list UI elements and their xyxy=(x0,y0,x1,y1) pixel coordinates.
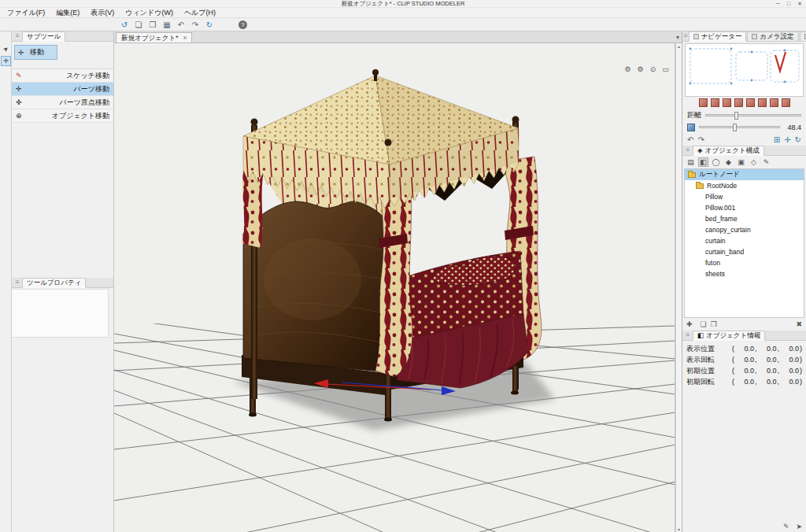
tree-item[interactable]: Pillow xyxy=(685,191,804,202)
mesh-icon[interactable]: ◧ xyxy=(698,157,708,167)
tab-camera-settings[interactable]: カメラ設定 xyxy=(747,31,798,42)
tree-item-root-node[interactable]: ルートノード xyxy=(685,169,804,180)
camera-preset-icon[interactable] xyxy=(782,98,790,107)
menu-view[interactable]: 表示(V) xyxy=(85,8,120,18)
viewport-scrollbar[interactable]: ▴ ▾ xyxy=(675,43,682,532)
value-z[interactable]: 0.0 xyxy=(780,378,799,386)
pointer-icon[interactable]: ➤ xyxy=(796,523,802,530)
fit-view-icon[interactable]: ⊞ xyxy=(774,135,780,144)
zoom-slider[interactable] xyxy=(699,126,780,128)
camera-preset-icon[interactable] xyxy=(746,98,755,107)
scroll-up-icon[interactable]: ▴ xyxy=(678,43,680,49)
panel-menu-icon[interactable]: ≡ xyxy=(684,146,692,155)
tab-close-icon[interactable]: × xyxy=(183,34,187,42)
value-z[interactable]: 0.0 xyxy=(780,345,799,353)
panel-menu-icon[interactable]: ≡ xyxy=(684,31,688,41)
node-icon[interactable]: ◆ xyxy=(723,157,734,167)
tree-item[interactable]: futon xyxy=(685,257,804,268)
menu-edit[interactable]: 編集(E) xyxy=(50,8,85,18)
menu-help[interactable]: ヘルプ(H) xyxy=(179,8,221,18)
minimize-button[interactable]: ─ xyxy=(776,0,780,8)
add-node-icon[interactable]: ✚ xyxy=(686,320,693,328)
distance-slider[interactable] xyxy=(705,114,801,116)
view-reset-icon[interactable]: ▭ xyxy=(660,64,671,74)
subtool-item-parts-origin-move[interactable]: ✜ パーツ原点移動 xyxy=(12,96,113,109)
camera-preset-icon[interactable] xyxy=(770,98,778,107)
new-file-icon[interactable]: ❏ xyxy=(133,19,144,30)
bed-leg-right[interactable] xyxy=(512,366,518,393)
menu-window[interactable]: ウィンドウ(W) xyxy=(120,8,179,18)
tab-object-info[interactable]: ◧オブジェクト情報 xyxy=(693,331,765,341)
tab-subtool[interactable]: サブツール xyxy=(22,31,65,42)
scroll-down-icon[interactable]: ▾ xyxy=(678,526,680,532)
save-file-icon[interactable]: ▦ xyxy=(161,19,172,30)
tab-list-dropdown-icon[interactable]: ▾ xyxy=(676,34,679,41)
maximize-button[interactable]: □ xyxy=(787,0,790,8)
value-x[interactable]: 0.0 xyxy=(735,367,754,375)
camera-preset-icon[interactable] xyxy=(711,98,719,107)
value-y[interactable]: 0.0 xyxy=(757,345,776,353)
subtool-item-sketch-move[interactable]: ✎ スケッチ移動 xyxy=(12,69,113,83)
panel-menu-icon[interactable]: ≡ xyxy=(684,331,692,340)
tab-display-settings[interactable]: 表示設定 xyxy=(800,31,806,42)
help-icon[interactable]: ? xyxy=(238,20,247,29)
copy-node-icon[interactable]: ❐ xyxy=(711,320,717,328)
camera-preset-icon[interactable] xyxy=(723,98,731,107)
pen-settings-icon[interactable]: ✎ xyxy=(783,523,789,530)
layer-icon[interactable]: ▤ xyxy=(686,157,696,167)
camera-preset-icon[interactable] xyxy=(699,98,708,107)
tree-item[interactable]: RootNode xyxy=(685,180,804,191)
tree-item[interactable]: canopy_curtain xyxy=(685,224,804,235)
sphere-icon[interactable]: ◯ xyxy=(711,157,721,167)
view-rotate-icon[interactable]: ↺ xyxy=(119,19,130,30)
value-y[interactable]: 0.0 xyxy=(757,378,776,386)
tree-item[interactable]: curtain xyxy=(685,235,804,246)
menu-file[interactable]: ファイル(F) xyxy=(2,8,50,18)
panel-menu-icon[interactable]: ≡ xyxy=(13,278,21,287)
edit-icon[interactable]: ✎ xyxy=(761,157,771,167)
camera-zoom-icon[interactable]: ⊙ xyxy=(648,64,658,74)
value-x[interactable]: 0.0 xyxy=(735,356,754,364)
value-x[interactable]: 0.0 xyxy=(735,378,754,386)
panel-menu-icon[interactable]: ≡ xyxy=(13,31,21,41)
redo-icon[interactable]: ↷ xyxy=(190,19,201,30)
move-tool-icon[interactable]: ✛ xyxy=(1,56,11,66)
value-y[interactable]: 0.0 xyxy=(757,367,776,375)
nav-undo-icon[interactable]: ↶ xyxy=(687,135,693,144)
tab-object-structure[interactable]: ◈オブジェクト構成 xyxy=(693,146,764,156)
curtain-front-left[interactable] xyxy=(242,168,264,248)
tree-item[interactable]: Pillow.001 xyxy=(685,202,804,213)
undo-icon[interactable]: ↶ xyxy=(176,19,187,30)
navigator-preview[interactable] xyxy=(685,43,804,97)
camera-pan-icon[interactable]: ⚙ xyxy=(635,64,645,74)
value-z[interactable]: 0.0 xyxy=(780,356,799,364)
value-z[interactable]: 0.0 xyxy=(780,367,799,375)
move-view-icon[interactable]: ✛ xyxy=(784,135,790,144)
open-file-icon[interactable]: ❐ xyxy=(147,19,158,30)
tab-tool-property[interactable]: ツールプロパティ xyxy=(22,278,86,288)
scene-3d[interactable] xyxy=(114,43,675,532)
delete-node-icon[interactable]: ✖ xyxy=(796,320,802,328)
camera-preset-icon[interactable] xyxy=(734,98,743,107)
document-tab[interactable]: 新規オブジェクト* × xyxy=(116,32,192,42)
material-icon[interactable]: ▣ xyxy=(736,157,746,167)
canopy-bed-model[interactable] xyxy=(242,69,542,422)
value-x[interactable]: 0.0 xyxy=(735,345,754,353)
camera-preset-icon[interactable] xyxy=(758,98,767,107)
tree-item[interactable]: sheets xyxy=(685,268,804,279)
value-y[interactable]: 0.0 xyxy=(757,356,776,364)
camera-rotate-icon[interactable]: ⚙ xyxy=(623,64,633,74)
slider-knob[interactable] xyxy=(734,112,738,120)
subtool-item-parts-move[interactable]: ✛ パーツ移動 xyxy=(12,83,113,96)
slider-knob[interactable] xyxy=(733,124,737,131)
close-button[interactable]: ✕ xyxy=(797,0,802,8)
viewport-canvas[interactable]: ⚙ ⚙ ⊙ ▭ xyxy=(114,43,675,532)
tree-item[interactable]: bed_frame xyxy=(685,213,804,224)
subtool-item-object-move[interactable]: ⊕ オブジェクト移動 xyxy=(12,109,113,123)
subtool-group-move[interactable]: ✛ 移動 xyxy=(14,45,57,60)
reset-view-icon[interactable]: ↻ xyxy=(795,135,801,144)
duplicate-node-icon[interactable]: ❏ xyxy=(701,320,707,328)
nav-redo-icon[interactable]: ↷ xyxy=(697,135,704,144)
sync-icon[interactable]: ↻ xyxy=(204,19,215,30)
tree-item[interactable]: curtain_band xyxy=(685,246,804,257)
